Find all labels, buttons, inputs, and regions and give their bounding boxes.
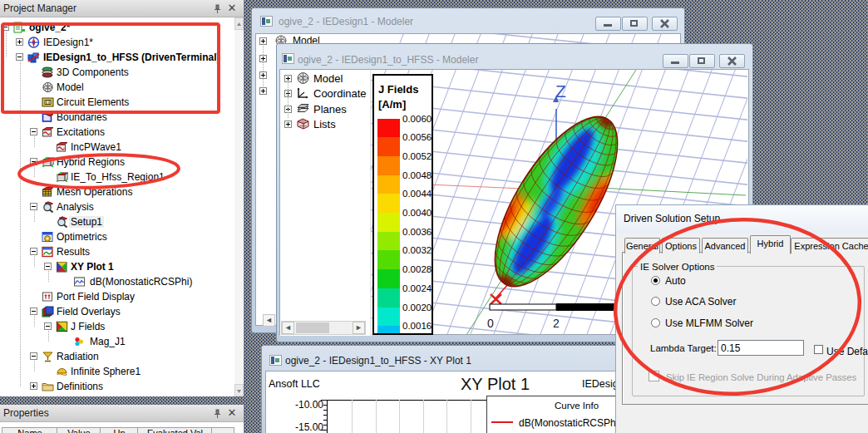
svg-text:Z: Z [555, 81, 566, 101]
svg-text:2: 2 [553, 317, 560, 330]
svg-text:0: 0 [487, 317, 494, 330]
